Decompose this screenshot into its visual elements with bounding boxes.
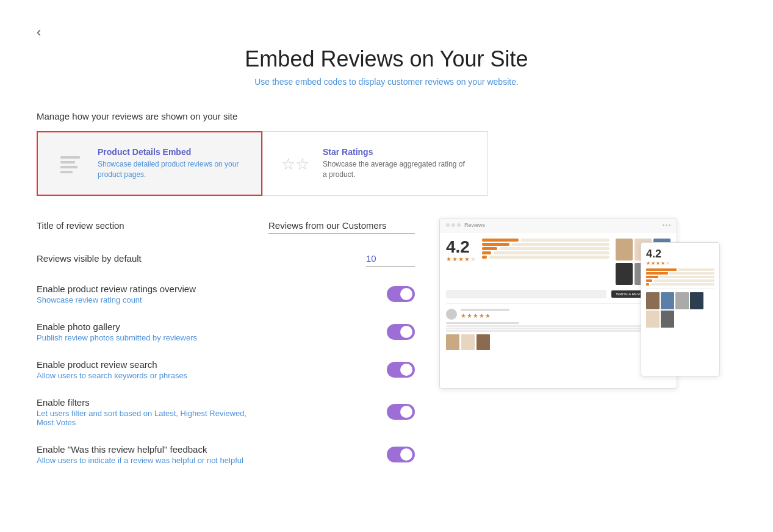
preview-header: Reviews • • • <box>440 218 677 232</box>
bar-row-1 <box>482 256 609 259</box>
ratings-overview-sublabel: Showcase review rating count <box>37 295 196 304</box>
setting-title-review-section: Title of review section <box>37 218 415 234</box>
page-header: Embed Reviews on Your Site Use these emb… <box>37 46 736 87</box>
preview-dot-1 <box>446 223 450 227</box>
filters-sublabel: Let users filter and sort based on Lates… <box>37 409 246 427</box>
review-1-photo-1 <box>446 334 459 350</box>
bar-bg-4 <box>512 243 609 246</box>
sec-photo-4 <box>690 292 703 309</box>
sec-bar-4 <box>646 279 714 282</box>
svg-rect-1 <box>60 161 75 164</box>
reviews-visible-input[interactable] <box>366 251 415 267</box>
secondary-preview-content: 4.2 ★ ★ ★ ★ ★ <box>641 243 719 332</box>
title-review-label: Title of review section <box>37 220 124 231</box>
review-1-text-1 <box>446 325 671 327</box>
preview-dots <box>446 223 461 227</box>
title-review-row: Title of review section <box>37 218 415 234</box>
setting-helpful-feedback: Enable "Was this review helpful" feedbac… <box>37 444 415 465</box>
setting-photo-gallery: Enable photo gallery Publish review phot… <box>37 322 415 342</box>
star-5: ★ <box>470 256 476 262</box>
bar-bg-2 <box>494 251 609 254</box>
manage-label: Manage how your reviews are shown on you… <box>37 111 736 121</box>
review-search-label: Enable product review search <box>37 359 187 370</box>
sec-bar-1 <box>646 268 714 271</box>
ratings-overview-text: Enable product review ratings overview S… <box>37 284 196 304</box>
sec-photo-3 <box>675 292 689 309</box>
ratings-overview-toggle[interactable] <box>387 286 415 302</box>
embed-card-star-ratings[interactable]: ☆☆ Star Ratings Showcase the average agg… <box>262 131 488 196</box>
bar-bg-3 <box>500 247 609 250</box>
review-search-row: Enable product review search Allow users… <box>37 359 415 380</box>
setting-ratings-overview: Enable product review ratings overview S… <box>37 284 415 304</box>
bar-fill-4 <box>482 243 509 246</box>
ratings-overview-row: Enable product review ratings overview S… <box>37 284 415 304</box>
sec-bar-2 <box>646 272 714 275</box>
bar-row-5 <box>482 239 609 242</box>
photo-gallery-toggle[interactable] <box>387 324 415 340</box>
bar-fill-2 <box>482 251 491 254</box>
bar-fill-3 <box>482 247 497 250</box>
star-1: ★ <box>446 256 451 262</box>
star-3: ★ <box>458 256 464 262</box>
sec-photo-6 <box>661 311 674 328</box>
preview-secondary: 4.2 ★ ★ ★ ★ ★ <box>641 242 720 376</box>
filters-text: Enable filters Let users filter and sort… <box>37 397 246 427</box>
review-1-photo-2 <box>461 334 475 350</box>
preview-panel: Reviews • • • 4.2 ★ ★ ★ ★ ★ <box>439 218 720 407</box>
preview-dot-3 <box>457 223 461 227</box>
star-ratings-title: Star Ratings <box>323 147 470 157</box>
page-title: Embed Reviews on Your Site <box>37 46 736 72</box>
review-1-stars: ★ ★ ★ ★ ★ <box>461 312 643 319</box>
svg-text:☆☆: ☆☆ <box>281 155 309 173</box>
photo-gallery-row: Enable photo gallery Publish review phot… <box>37 322 415 342</box>
review-search-toggle[interactable] <box>387 362 415 378</box>
review-item-1: ★ ★ ★ ★ ★ 11 JUNE 2021 <box>446 303 671 355</box>
back-button[interactable]: ‹ <box>37 24 41 40</box>
svg-rect-2 <box>60 166 77 168</box>
helpful-feedback-row: Enable "Was this review helpful" feedbac… <box>37 444 415 465</box>
sec-bar-5 <box>646 283 714 286</box>
page-subtitle: Use these embed codes to display custome… <box>37 77 736 87</box>
preview-mini-stars: ★ ★ ★ ★ ★ <box>446 256 476 262</box>
review-1-title <box>446 322 519 324</box>
product-photo-1 <box>616 239 633 261</box>
bar-bg-5 <box>521 239 609 242</box>
secondary-stars: ★ ★ ★ ★ ★ <box>646 261 714 266</box>
preview-rating-big: 4.2 ★ ★ ★ ★ ★ <box>446 239 671 285</box>
preview-container-left: 4.2 ★ ★ ★ ★ ★ <box>446 239 476 265</box>
bar-fill-1 <box>482 256 487 259</box>
settings-panel: Title of review section Reviews visible … <box>37 218 415 482</box>
embed-cards-container: Product Details Embed Showcase detailed … <box>37 131 736 196</box>
embed-card-product-details[interactable]: Product Details Embed Showcase detailed … <box>37 131 262 196</box>
sec-photo-1 <box>646 292 660 309</box>
bar-row-2 <box>482 251 609 254</box>
product-photo-4 <box>616 263 633 285</box>
svg-rect-0 <box>60 156 80 159</box>
filters-toggle[interactable] <box>387 404 415 420</box>
star-4: ★ <box>464 256 470 262</box>
helpful-feedback-text: Enable "Was this review helpful" feedbac… <box>37 444 243 465</box>
filters-row: Enable filters Let users filter and sort… <box>37 397 415 427</box>
star-ratings-desc: Showcase the average aggregated rating o… <box>323 159 470 180</box>
preview-header-label: Reviews <box>464 222 485 228</box>
preview-big-rating: 4.2 <box>446 239 476 256</box>
secondary-photos <box>646 292 714 328</box>
review-1-info: ★ ★ ★ ★ ★ <box>461 309 643 319</box>
helpful-feedback-label: Enable "Was this review helpful" feedbac… <box>37 444 243 455</box>
review-1-name <box>461 309 509 311</box>
review-1-avatar <box>446 309 457 320</box>
preview-search-row: WRITE A REVIEW Sort ▾ <box>446 290 671 298</box>
title-review-input[interactable] <box>268 218 415 234</box>
product-details-icon <box>55 151 85 176</box>
star-ratings-card-text: Star Ratings Showcase the average aggreg… <box>323 147 470 180</box>
helpful-feedback-sublabel: Allow users to indicate if a review was … <box>37 456 243 465</box>
sec-divider <box>646 288 714 289</box>
review-search-sublabel: Allow users to search keywords or phrase… <box>37 371 187 380</box>
bar-row-4 <box>482 243 609 246</box>
preview-search-bar <box>446 290 606 298</box>
ratings-overview-label: Enable product review ratings overview <box>37 284 196 294</box>
content-row: Title of review section Reviews visible … <box>37 218 736 482</box>
bar-row-3 <box>482 247 609 250</box>
helpful-feedback-toggle[interactable] <box>387 447 415 462</box>
photo-gallery-label: Enable photo gallery <box>37 322 197 332</box>
